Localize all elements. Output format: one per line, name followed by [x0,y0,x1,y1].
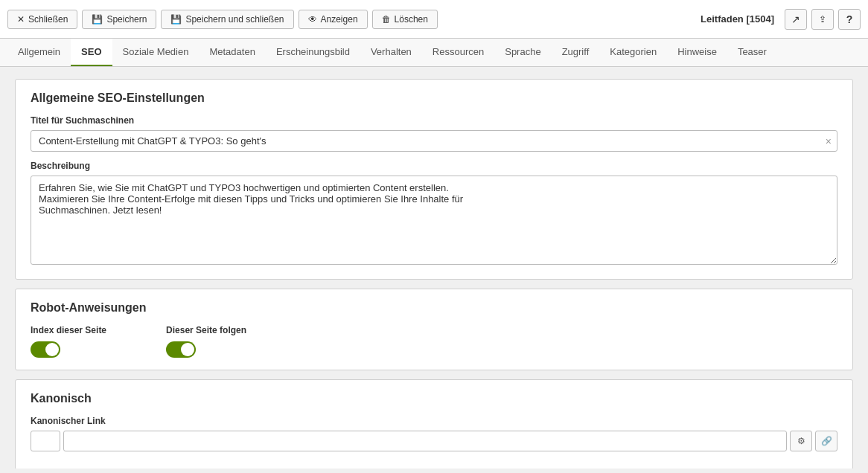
save-button[interactable]: 💾 Speichern [82,10,156,29]
share-button[interactable]: ⇪ [811,9,834,30]
toolbar-left: ✕ Schließen 💾 Speichern 💾 Speichern und … [7,10,438,29]
help-button[interactable]: ? [838,9,861,30]
index-toggle-slider [31,341,60,358]
title-field-label: Titel für Suchmaschinen [31,115,837,126]
index-toggle[interactable] [31,341,60,358]
save-close-button[interactable]: 💾 Speichern und schließen [161,10,293,29]
help-icon: ? [846,13,853,25]
window-title: Leitfaden [1504] [701,13,774,25]
tab-hinweise[interactable]: Hinweise [667,39,727,66]
tab-ressourcen[interactable]: Ressourcen [422,39,494,66]
save-icon: 💾 [92,14,103,25]
follow-toggle-slider [166,341,196,358]
canonical-link-label: Kanonischer Link [31,416,837,426]
tab-soziale-medien[interactable]: Soziale Medien [112,39,200,66]
tabs-bar: Allgemein SEO Soziale Medien Metadaten E… [0,39,868,67]
top-bar: ✕ Schließen 💾 Speichern 💾 Speichern und … [0,0,868,39]
canonical-link-input[interactable] [63,431,787,451]
tab-allgemein[interactable]: Allgemein [7,39,71,66]
title-input[interactable] [31,130,837,152]
delete-button[interactable]: 🗑 Löschen [372,10,438,29]
main-content: Allgemeine SEO-Einstellungen Titel für S… [0,67,868,469]
title-clear-button[interactable]: × [826,135,832,147]
canonical-browse-button[interactable]: ⚙ [790,431,812,451]
index-label: Index dieser Seite [31,325,106,335]
tab-erscheinungsbild[interactable]: Erscheinungsbild [266,39,360,66]
share-icon: ⇪ [819,14,826,25]
tab-metadaten[interactable]: Metadaten [199,39,265,66]
link-add-icon: 🔗 [821,436,832,446]
tab-seo[interactable]: SEO [71,39,112,66]
follow-toggle[interactable] [166,341,196,358]
seo-section-title: Allgemeine SEO-Einstellungen [31,91,837,105]
view-button[interactable]: 👁 Anzeigen [299,10,368,29]
robot-section: Robot-Anweisungen Index dieser Seite Die… [15,289,853,370]
index-toggle-item: Index dieser Seite [31,325,106,358]
canonical-add-button[interactable]: 🔗 [815,431,837,451]
toggle-group: Index dieser Seite Dieser Seite folgen [31,325,837,358]
canonical-section-title: Kanonisch [31,392,837,405]
follow-toggle-item: Dieser Seite folgen [166,325,246,358]
canonical-section: Kanonisch Kanonischer Link ⚙ 🔗 [15,379,853,469]
tab-verhalten[interactable]: Verhalten [360,39,422,66]
toolbar-right: Leitfaden [1504] ↗ ⇪ ? [701,9,861,30]
robot-section-title: Robot-Anweisungen [31,301,837,315]
save-close-icon: 💾 [170,14,182,25]
canonical-link-group: Kanonischer Link ⚙ 🔗 [31,416,837,451]
delete-icon: 🗑 [382,14,391,25]
canonical-flag-box [31,431,60,451]
description-field-label: Beschreibung [31,161,837,171]
close-button[interactable]: ✕ Schließen [7,10,77,29]
follow-label: Dieser Seite folgen [166,325,246,335]
link-browse-icon: ⚙ [797,436,805,446]
tab-sprache[interactable]: Sprache [494,39,551,66]
external-link-icon: ↗ [791,13,800,25]
tab-teaser[interactable]: Teaser [727,39,777,66]
canonical-input-row: ⚙ 🔗 [31,431,837,451]
title-field-group: Titel für Suchmaschinen × [31,115,837,152]
seo-section: Allgemeine SEO-Einstellungen Titel für S… [15,79,853,280]
tab-kategorien[interactable]: Kategorien [599,39,667,66]
description-textarea[interactable]: Erfahren Sie, wie Sie mit ChatGPT und TY… [31,176,837,265]
view-icon: 👁 [308,14,317,25]
tab-zugriff[interactable]: Zugriff [552,39,600,66]
title-input-wrap: × [31,130,837,152]
external-link-button[interactable]: ↗ [785,9,807,30]
close-icon: ✕ [17,14,25,25]
description-field-group: Beschreibung Erfahren Sie, wie Sie mit C… [31,161,837,267]
